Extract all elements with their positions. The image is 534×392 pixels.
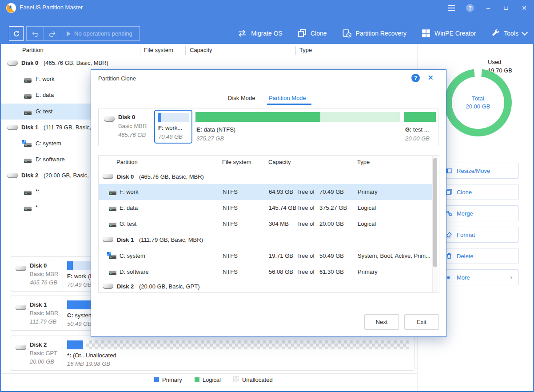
migrate-os-label: Migrate OS [251,30,283,37]
partition-icon [109,191,116,195]
main-col-capacity[interactable]: Capacity [190,47,212,53]
help-icon: ? [466,4,474,12]
tools-button[interactable]: Tools [491,29,527,38]
partition-icon [24,94,32,99]
segment-bar [158,113,189,122]
undo-button[interactable] [27,27,44,40]
redo-button[interactable] [44,27,61,40]
refresh-button[interactable] [9,26,24,41]
segment-label: E: data (NTFS) [196,126,235,133]
operation-list-button[interactable] [445,3,458,13]
redo-icon [49,31,56,37]
strip-segment-f-selected[interactable]: F: work... 70.49 GB [154,110,192,144]
partition-bar-star[interactable] [67,340,83,349]
dlg-cell-type: Primary [358,188,378,195]
column-divider [218,158,218,166]
dlg-cell-fs: NTFS [223,204,238,211]
card-partition-size: 50.49 GB [67,320,92,327]
disk-icon [16,266,26,271]
dlg-row-c-system[interactable]: C: system NTFS 19.71 GB free of 50.49 GB… [99,248,433,264]
dialog-help-button[interactable]: ? [411,74,420,82]
dlg-group-disk2[interactable]: Disk 2 (20.00 GB, Basic, GPT) [99,280,433,292]
dialog-close-button[interactable]: ✕ [428,74,434,82]
undo-icon [32,31,39,37]
dlg-row-f-work-selected[interactable]: F: work NTFS 64.93 GB free of 70.49 GB P… [99,184,433,200]
tree-disk-name: Disk 2 [21,172,38,179]
pending-operations[interactable]: No operations pending [61,30,132,37]
partition-icon [24,191,32,195]
format-label: Format [457,232,475,238]
maximize-button[interactable]: ☐ [500,3,512,13]
exit-button[interactable]: Exit [404,314,439,330]
dlg-cell-freeof: free of [298,204,315,211]
dlg-row-e-data[interactable]: E: data NTFS 145.74 GB free of 375.27 GB… [99,200,433,216]
card-disk-size: 465.76 GB [30,279,57,286]
tree-item-label: F: work [36,76,55,82]
close-button[interactable]: ✕ [518,3,530,13]
dialog-title: Partition Clone [98,75,136,82]
card-divider [63,336,63,370]
unallocated-label: Unallocated [86,352,116,359]
dialog-scrollbar[interactable] [432,156,438,292]
strip-segment-e[interactable]: E: data (NTFS) 375.27 GB [195,108,400,146]
scrollbar-thumb[interactable] [433,158,437,267]
partition-recovery-label: Partition Recovery [356,30,406,37]
minimize-button[interactable]: – [482,3,494,13]
card-disk-name: Disk 1 [30,301,47,308]
disk-icon [7,125,18,130]
clone-action-icon [446,189,452,195]
clone-label: Clone [311,30,327,37]
card-disk-size: 111.79 GB [30,318,56,325]
migrate-os-button[interactable]: Migrate OS [237,29,283,37]
partition-recovery-button[interactable]: Partition Recovery [342,29,406,38]
winpe-creator-button[interactable]: WinPE Creator [422,29,476,38]
partition-clone-dialog: Partition Clone ? ✕ Disk Mode Partition … [91,69,446,337]
tools-label: Tools [504,30,518,37]
tab-disk-mode[interactable]: Disk Mode [228,95,255,101]
tree-group-disk0[interactable]: Disk 0 (465.76 GB, Basic, MBR) [1,55,417,71]
dlg-cell-total: 50.49 GB [319,252,344,259]
strip-segment-g[interactable]: G: test ... 20.00 GB [404,108,436,146]
partition-recovery-icon [342,29,352,38]
dlg-group-disk0[interactable]: Disk 0 (465.76 GB, Basic, MBR) [99,169,433,185]
dlg-cell-type: Logical [358,204,376,211]
merge-icon [446,210,452,216]
dlg-col-filesystem[interactable]: File system [222,159,251,165]
clone-button[interactable]: Clone [298,29,327,38]
merge-button[interactable]: Merge [440,205,519,221]
more-button[interactable]: More › [440,269,519,285]
delete-button[interactable]: Delete [440,248,519,264]
partition-icon [24,111,32,115]
disk-card-2[interactable]: Disk 2 Basic GPT 20.00 GB *: (Ot... 16 M… [10,336,415,371]
card-divider [63,257,63,291]
main-col-type[interactable]: Type [299,47,312,53]
main-col-filesystem[interactable]: File system [144,47,173,53]
segment-size: 375.27 GB [196,135,224,142]
card-disk-type: Basic MBR [30,271,58,277]
help-button[interactable]: ? [464,3,476,13]
resize-move-button[interactable]: Resize/Move [440,163,519,179]
dlg-cell-free: 145.74 GB [269,204,296,211]
tab-partition-mode[interactable]: Partition Mode [269,95,306,101]
dlg-cell-freeof: free of [298,220,315,227]
format-button[interactable]: Format [440,227,519,243]
dlg-col-partition[interactable]: Partition [116,159,138,165]
legend-unallocated: Unallocated [233,376,273,383]
dlg-col-capacity[interactable]: Capacity [268,159,291,165]
resize-move-label: Resize/Move [457,168,490,174]
main-col-partition[interactable]: Partition [22,47,44,53]
dlg-col-type[interactable]: Type [357,159,370,165]
dlg-row-g-test[interactable]: G: test NTFS 304 MB free of 20.00 GB Log… [99,216,433,232]
dlg-row-d-software[interactable]: D: software NTFS 56.08 GB free of 61.30 … [99,264,433,280]
delete-label: Delete [457,253,474,260]
clone-action-button[interactable]: Clone [440,184,519,200]
unallocated-bar[interactable] [86,340,409,349]
next-button[interactable]: Next [364,314,399,330]
partition-icon [109,271,116,275]
chevron-down-icon [522,29,528,36]
card-disk-type: Basic GPT [30,350,57,356]
dlg-cell-fs: NTFS [223,188,238,195]
dlg-group-disk1[interactable]: Disk 1 (111.79 GB, Basic, MBR) [99,232,433,248]
card-divider [63,296,63,330]
dlg-cell-free: 19.71 GB [269,252,293,259]
